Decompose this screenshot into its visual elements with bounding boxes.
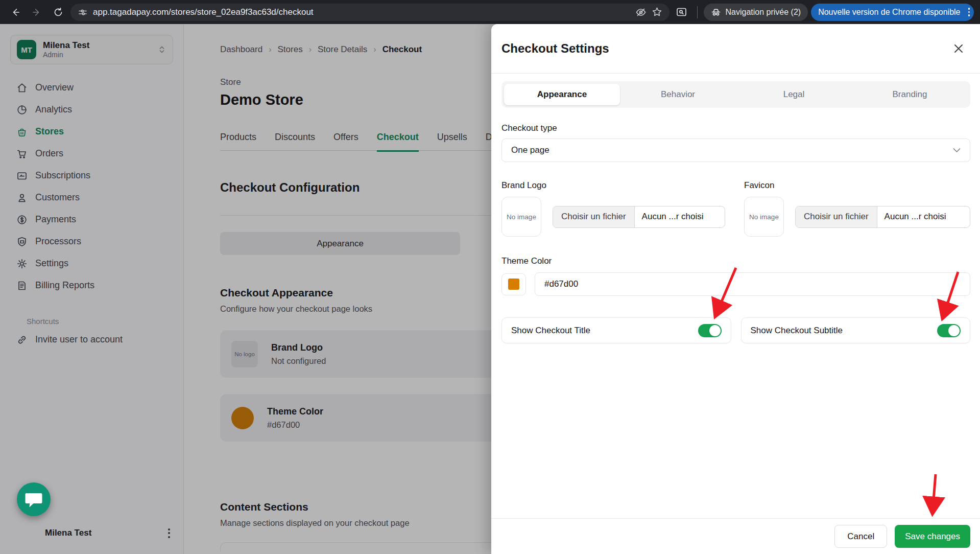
theme-color-label: Theme Color [501, 256, 970, 266]
toggle-label: Show Checkout Subtitle [751, 326, 843, 336]
incognito-label: Navigation privée (2) [726, 8, 801, 17]
address-bar[interactable]: app.tagadapay.com/stores/store_02ea9f3ac… [70, 4, 670, 21]
checkout-settings-drawer: Checkout Settings Appearance Behavior Le… [491, 24, 980, 554]
file-chosen-text: Aucun ...r choisi [877, 206, 953, 227]
incognito-badge[interactable]: Navigation privée (2) [704, 4, 808, 21]
toolbar-separator [697, 6, 698, 18]
show-checkout-title-toggle[interactable] [698, 324, 722, 337]
chevron-down-icon [953, 148, 961, 153]
favicon-label: Favicon [744, 180, 970, 191]
reload-button[interactable] [49, 3, 67, 21]
show-checkout-subtitle-toggle[interactable] [937, 324, 961, 337]
chrome-update-button[interactable]: Nouvelle version de Chrome disponible [811, 4, 974, 21]
browser-toolbar: app.tagadapay.com/stores/store_02ea9f3ac… [0, 0, 980, 24]
url-text[interactable]: app.tagadapay.com/stores/store_02ea9f3ac… [93, 7, 630, 17]
favicon-preview: No image [744, 197, 784, 237]
incognito-icon [711, 7, 721, 17]
brand-logo-label: Brand Logo [501, 180, 725, 191]
tab-search-icon[interactable] [673, 3, 691, 21]
site-settings-icon[interactable] [78, 7, 88, 17]
file-chosen-text: Aucun ...r choisi [635, 206, 711, 227]
drawer-title: Checkout Settings [501, 41, 609, 56]
settings-tabs: Appearance Behavior Legal Branding [501, 81, 970, 108]
chat-widget-button[interactable] [17, 482, 51, 516]
tab-appearance[interactable]: Appearance [504, 84, 620, 105]
brand-logo-file-input[interactable]: Choisir un fichier Aucun ...r choisi [553, 206, 725, 228]
tab-behavior[interactable]: Behavior [620, 84, 736, 105]
drawer-header: Checkout Settings [491, 24, 980, 74]
close-button[interactable] [950, 40, 967, 57]
brand-logo-preview: No image [501, 197, 541, 237]
forward-button[interactable] [28, 3, 46, 21]
tab-branding[interactable]: Branding [852, 84, 968, 105]
save-changes-button[interactable]: Save changes [895, 525, 970, 548]
choose-file-button[interactable]: Choisir un fichier [553, 206, 635, 227]
chat-bubble-icon [25, 491, 42, 507]
chrome-update-label: Nouvelle version de Chrome disponible [818, 8, 960, 17]
checkout-type-value: One page [511, 145, 549, 155]
toggle-label: Show Checkout Title [511, 326, 590, 336]
back-button[interactable] [6, 3, 25, 21]
checkout-type-select[interactable]: One page [501, 138, 970, 162]
choose-file-button[interactable]: Choisir un fichier [796, 206, 877, 227]
theme-color-input[interactable]: #d67d00 [535, 272, 970, 296]
show-checkout-subtitle-row: Show Checkout Subtitle [741, 317, 971, 343]
checkout-type-label: Checkout type [501, 123, 970, 133]
color-picker-button[interactable] [501, 273, 526, 295]
show-checkout-title-row: Show Checkout Title [501, 317, 731, 343]
bookmark-star-icon[interactable] [652, 7, 662, 17]
favicon-file-input[interactable]: Choisir un fichier Aucun ...r choisi [795, 206, 970, 228]
cancel-button[interactable]: Cancel [834, 525, 887, 548]
color-swatch [508, 279, 519, 290]
drawer-footer: Cancel Save changes [491, 518, 980, 554]
drawer-body: Appearance Behavior Legal Branding Check… [491, 74, 980, 343]
close-icon [953, 43, 964, 54]
eye-off-icon[interactable] [635, 7, 647, 18]
browser-menu-icon[interactable] [968, 8, 970, 16]
tab-legal[interactable]: Legal [736, 84, 852, 105]
